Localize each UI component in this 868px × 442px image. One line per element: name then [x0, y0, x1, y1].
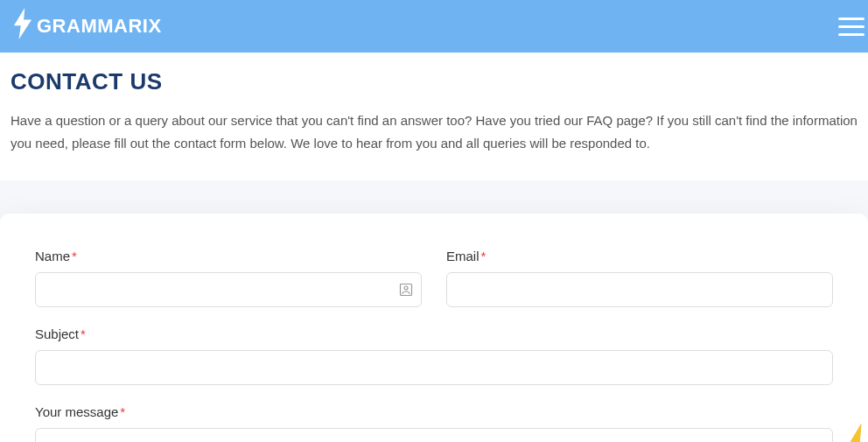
required-mark: *: [80, 326, 86, 341]
page-content: CONTACT US Have a question or a query ab…: [0, 53, 868, 154]
svg-rect-2: [838, 33, 864, 36]
brand-logo[interactable]: GRAMMARIX: [10, 8, 162, 45]
message-textarea[interactable]: [35, 428, 833, 442]
required-mark: *: [120, 404, 125, 419]
lightning-icon: [10, 8, 35, 45]
required-mark: *: [481, 249, 486, 263]
contact-form-card: Name* Email*: [0, 214, 868, 442]
message-label: Your message*: [35, 404, 833, 419]
page-title: CONTACT US: [10, 68, 858, 95]
svg-point-4: [404, 286, 408, 290]
svg-rect-1: [838, 25, 864, 28]
email-input[interactable]: [446, 272, 833, 307]
name-label: Name*: [35, 249, 422, 263]
svg-rect-0: [838, 18, 864, 20]
brand-name: GRAMMARIX: [37, 15, 162, 38]
form-section: Name* Email*: [0, 180, 868, 442]
subject-field-group: Subject*: [35, 326, 833, 385]
menu-icon[interactable]: [838, 16, 864, 37]
intro-text: Have a question or a query about our ser…: [10, 109, 858, 154]
message-field-group: Your message*: [35, 404, 833, 442]
name-field-group: Name*: [35, 249, 422, 307]
subject-input[interactable]: [35, 350, 833, 385]
email-field-group: Email*: [446, 249, 833, 307]
name-input[interactable]: [35, 272, 422, 307]
site-header: GRAMMARIX: [0, 0, 868, 53]
subject-label: Subject*: [35, 326, 833, 341]
required-mark: *: [72, 249, 77, 263]
email-label: Email*: [446, 249, 833, 263]
contact-card-icon: [399, 283, 413, 297]
